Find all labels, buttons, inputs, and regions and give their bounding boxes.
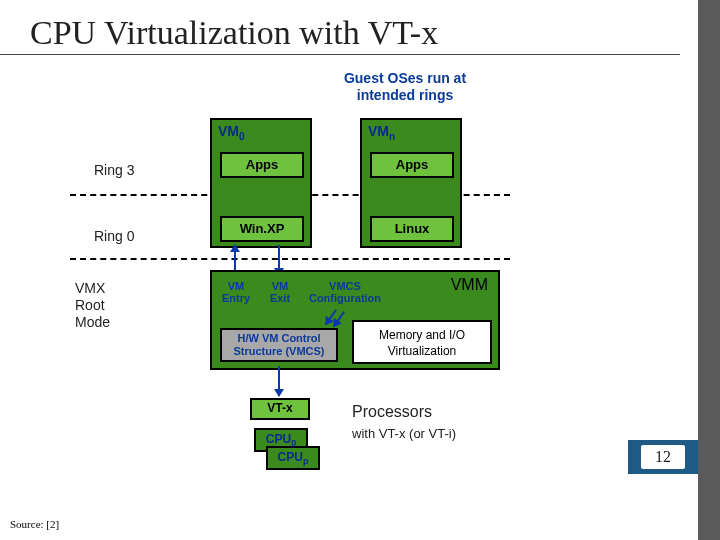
vm0-label: VM0 [212,120,310,145]
cpup-box: CPUp [266,446,320,470]
page-number-badge: 12 [628,440,698,474]
label-vm-exit: VM Exit [262,280,298,304]
label-vmcs-configuration: VMCS Configuration [305,280,385,304]
vm0-os: Win.XP [220,216,304,242]
vmm-label: VMM [451,276,488,294]
slide-right-stripe [698,0,720,540]
ring-divider-2 [70,258,510,260]
vmcs-box: H/W VM Control Structure (VMCS) [220,328,338,362]
vmn-os: Linux [370,216,454,242]
vm0-apps: Apps [220,152,304,178]
slide-title: CPU Virtualization with VT-x [0,0,680,55]
caption-guest-rings: Guest OSes run at intended rings [330,70,480,104]
page-number: 12 [641,445,685,469]
vtx-diagram: Guest OSes run at intended rings Ring 3 … [130,70,590,490]
memory-io-box: Memory and I/O Virtualization [352,320,492,364]
label-vm-entry: VM Entry [216,280,256,304]
source-citation: Source: [2] [10,518,59,530]
label-vmx-root-mode: VMX Root Mode [75,280,135,330]
vtx-box: VT-x [250,398,310,420]
vmn-apps: Apps [370,152,454,178]
vmn-label: VMn [362,120,460,145]
arrow-vtx [278,366,280,396]
label-ring-0: Ring 0 [94,228,134,244]
processors-label: Processors with VT-x (or VT-i) [352,402,456,444]
label-ring-3: Ring 3 [94,162,134,178]
